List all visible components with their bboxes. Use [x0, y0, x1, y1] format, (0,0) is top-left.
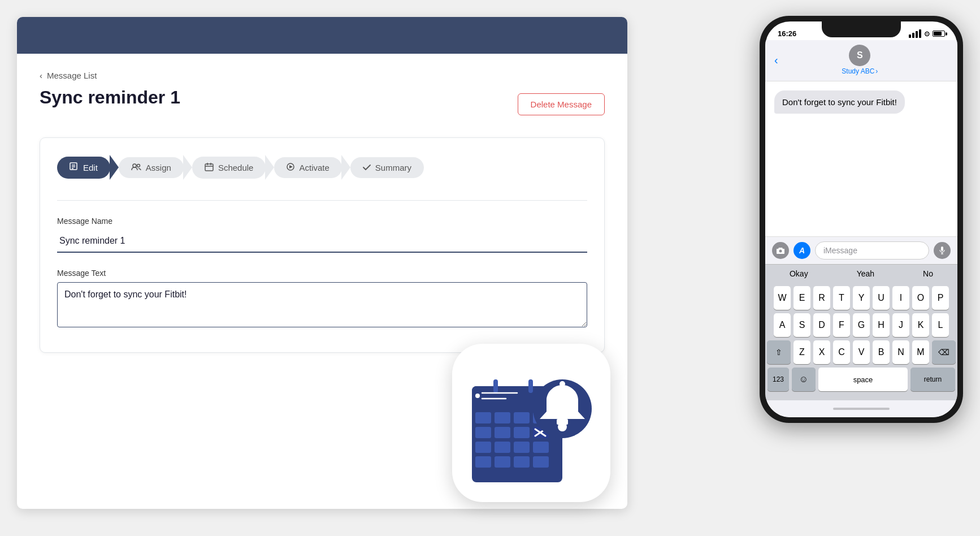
keyboard: W E R T Y U I O P A S D F G H [765, 283, 957, 400]
signal-bar-4 [919, 29, 921, 38]
imessage-input-area: A iMessage [765, 236, 957, 264]
phone-bottom-bar [765, 400, 957, 417]
phone-notch [822, 21, 901, 37]
key-b[interactable]: B [873, 340, 890, 364]
step-assign[interactable]: Assign [119, 157, 184, 178]
appstore-button[interactable]: A [793, 242, 810, 259]
imessage-header: ‹ S Study ABC › [765, 40, 957, 81]
page-title: Sync reminder 1 [40, 87, 180, 108]
key-n[interactable]: N [892, 340, 909, 364]
breadcrumb-arrow: ‹ [40, 71, 42, 80]
title-row: Sync reminder 1 Delete Message [40, 87, 605, 122]
svg-rect-18 [475, 427, 491, 438]
key-123[interactable]: 123 [767, 368, 789, 391]
delete-message-button[interactable]: Delete Message [518, 93, 605, 115]
appstore-icon: A [799, 246, 805, 255]
svg-rect-25 [495, 442, 510, 453]
svg-marker-11 [289, 165, 293, 168]
contact-name[interactable]: Study ABC › [842, 67, 878, 75]
svg-rect-32 [493, 379, 498, 393]
svg-rect-33 [528, 379, 533, 393]
signal-bar-3 [916, 31, 918, 38]
svg-rect-15 [495, 412, 510, 423]
key-j[interactable]: J [892, 313, 909, 337]
mic-button[interactable] [934, 242, 951, 259]
quicktype-yeah[interactable]: Yeah [857, 269, 874, 278]
messages-area: Don't forget to sync your Fitbit! [765, 81, 957, 236]
key-emoji[interactable]: ☺ [792, 368, 816, 391]
key-d[interactable]: D [813, 313, 830, 337]
key-row-2: A S D F G H J K L [767, 313, 955, 337]
quicktype-bar: Okay Yeah No [765, 264, 957, 283]
step-summary-label: Summary [375, 163, 411, 172]
panel-header [17, 17, 627, 54]
assign-icon [131, 163, 141, 172]
key-u[interactable]: U [873, 286, 890, 310]
svg-point-39 [558, 422, 567, 431]
step-edit[interactable]: Edit [57, 157, 110, 179]
key-e[interactable]: E [793, 286, 810, 310]
svg-rect-6 [205, 164, 213, 171]
key-y[interactable]: Y [853, 286, 870, 310]
step-activate[interactable]: Activate [274, 157, 341, 178]
key-l[interactable]: L [932, 313, 949, 337]
step-summary[interactable]: Summary [350, 157, 424, 178]
key-k[interactable]: K [912, 313, 929, 337]
key-o[interactable]: O [912, 286, 929, 310]
step-connector-4 [341, 155, 350, 180]
step-connector-3 [265, 155, 274, 180]
message-name-label: Message Name [57, 217, 587, 226]
key-h[interactable]: H [873, 313, 890, 337]
svg-rect-27 [533, 442, 549, 453]
key-shift[interactable]: ⇧ [767, 340, 791, 364]
key-row-3: ⇧ Z X C V B N M ⌫ [767, 340, 955, 364]
svg-rect-31 [533, 456, 549, 468]
key-t[interactable]: T [833, 286, 850, 310]
summary-icon [363, 163, 371, 172]
key-z[interactable]: Z [793, 340, 810, 364]
phone-time: 16:26 [778, 29, 796, 38]
quicktype-okay[interactable]: Okay [790, 269, 808, 278]
svg-rect-20 [514, 427, 530, 438]
contact-info: S Study ABC › [785, 45, 935, 75]
svg-point-41 [779, 250, 782, 253]
camera-button[interactable] [772, 242, 789, 259]
key-m[interactable]: M [912, 340, 929, 364]
key-i[interactable]: I [892, 286, 909, 310]
back-button[interactable]: ‹ [774, 54, 778, 67]
key-c[interactable]: C [833, 340, 850, 364]
key-f[interactable]: F [833, 313, 850, 337]
form-group-name: Message Name [57, 217, 587, 269]
imessage-input-field[interactable]: iMessage [815, 241, 929, 260]
message-name-input[interactable] [57, 230, 587, 253]
contact-name-text: Study ABC [842, 67, 874, 75]
step-edit-label: Edit [83, 163, 98, 172]
key-w[interactable]: W [774, 286, 791, 310]
step-schedule[interactable]: Schedule [192, 157, 266, 179]
step-assign-label: Assign [146, 163, 171, 172]
home-indicator [833, 408, 890, 410]
key-p[interactable]: P [932, 286, 949, 310]
message-text-label: Message Text [57, 269, 587, 278]
svg-rect-16 [514, 412, 530, 423]
svg-rect-26 [514, 442, 530, 453]
key-g[interactable]: G [853, 313, 870, 337]
key-delete[interactable]: ⌫ [932, 340, 956, 364]
key-space[interactable]: space [818, 368, 908, 391]
schedule-icon [205, 162, 214, 173]
key-r[interactable]: R [813, 286, 830, 310]
quicktype-no[interactable]: No [923, 269, 933, 278]
key-a[interactable]: A [774, 313, 791, 337]
message-text-input[interactable] [57, 282, 587, 327]
phone-outer: 16:26 ⊙ ‹ S [760, 16, 963, 423]
activate-icon [287, 163, 294, 172]
svg-point-5 [137, 164, 140, 167]
app-icon-svg [466, 358, 596, 488]
key-v[interactable]: V [853, 340, 870, 364]
breadcrumb[interactable]: ‹ Message List [40, 71, 605, 80]
key-x[interactable]: X [813, 340, 830, 364]
key-s[interactable]: S [793, 313, 810, 337]
key-return[interactable]: return [910, 368, 955, 391]
step-schedule-label: Schedule [218, 163, 254, 172]
step-connector-2 [183, 155, 192, 180]
